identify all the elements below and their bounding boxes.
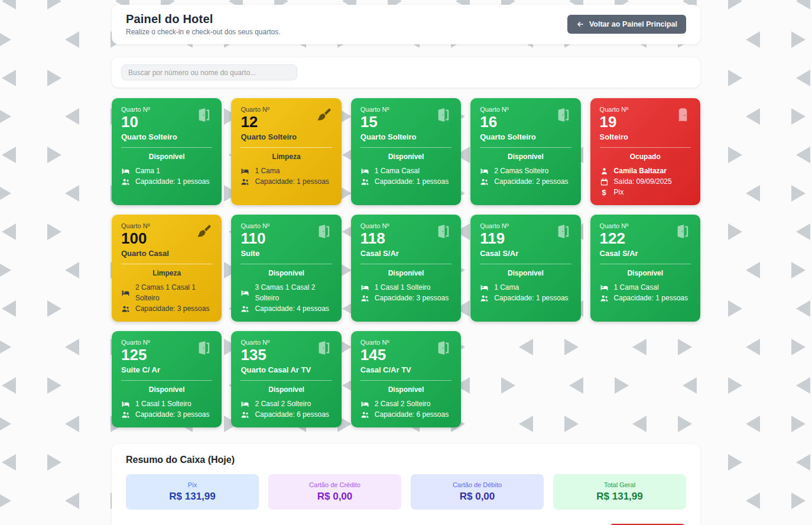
cash-summary-title: Resumo do Caixa (Hoje) (126, 455, 686, 465)
room-card[interactable]: Quarto Nº 119 Casal S/Ar Disponível 1 Ca… (470, 215, 580, 322)
card-divider (480, 147, 571, 148)
room-card[interactable]: Quarto Nº 12 Quarto Solteiro Limpeza 1 C… (231, 98, 341, 205)
triangle-decoration (47, 70, 61, 86)
door-open-icon (675, 223, 691, 239)
triangle-decoration (791, 339, 805, 355)
room-name: Quarto Solteiro (241, 132, 297, 142)
room-status: Disponível (121, 153, 212, 161)
bed-icon (360, 283, 369, 292)
triangle-decoration (0, 185, 11, 202)
triangle-decoration (728, 70, 742, 86)
triangle-decoration (728, 454, 742, 471)
bed-icon (600, 283, 609, 292)
room-status: Disponível (600, 269, 691, 278)
room-status: Limpeza (121, 269, 212, 278)
room-beds: 2 Casal 2 Solteiro (360, 398, 452, 409)
door-open-icon (316, 223, 332, 239)
room-card[interactable]: Quarto Nº 100 Quarto Casal Limpeza 2 Cam… (112, 215, 222, 322)
room-number-label: Quarto Nº (121, 105, 177, 114)
triangle-decoration (47, 223, 61, 240)
room-capacity-text: Capacidade: 1 pessoas (614, 293, 688, 303)
triangle-decoration (2, 454, 16, 471)
room-capacity-text: Capacidade: 6 pessoas (255, 409, 329, 420)
cash-summary-grid: Pix R$ 131,99 Cartão de Crédito R$ 0,00 … (126, 474, 686, 510)
triangle-decoration (746, 492, 760, 509)
room-capacity-text: Capacidade: 1 pessoas (135, 176, 209, 187)
triangle-decoration (2, 70, 16, 86)
triangle-decoration (796, 147, 810, 163)
users-icon (480, 177, 489, 186)
room-capacity: Capacidade: 3 pessoas (360, 293, 452, 303)
triangle-decoration (2, 377, 16, 394)
triangle-decoration (65, 108, 79, 125)
room-card[interactable]: Quarto Nº 16 Quarto Solteiro Disponível … (470, 98, 580, 205)
triangle-decoration (791, 108, 805, 125)
room-capacity: Capacidade: 6 pessoas (360, 409, 452, 420)
card-divider (360, 264, 452, 264)
cash-box-label: Cartão de Débito (417, 481, 538, 489)
room-status: Disponível (360, 385, 452, 394)
room-status: Disponível (480, 269, 571, 278)
door-open-icon (436, 107, 452, 123)
search-bar (112, 57, 700, 88)
cash-box-value: R$ 131,99 (559, 491, 680, 503)
room-number: 145 (360, 346, 411, 364)
bed-icon (480, 283, 489, 292)
room-beds-text: 2 Camas Solteiro (494, 166, 548, 176)
room-capacity: Capacidade: 1 pessoas (241, 176, 332, 187)
user-icon (600, 167, 609, 176)
room-name: Suíte (241, 248, 269, 258)
bed-icon (360, 167, 369, 176)
cash-box-label: Pix (132, 481, 253, 489)
cash-box-label: Total Geral (559, 481, 680, 489)
card-divider (600, 264, 691, 264)
room-beds: Cama 1 (121, 166, 212, 176)
door-open-icon (196, 340, 212, 356)
room-number: 16 (480, 114, 536, 131)
triangle-decoration (746, 108, 760, 125)
room-card[interactable]: Quarto Nº 122 Casal S/Ar Disponível 1 Ca… (590, 215, 700, 322)
search-input[interactable] (121, 64, 297, 80)
room-capacity-text: Capacidade: 1 pessoas (255, 176, 329, 187)
room-card[interactable]: Quarto Nº 10 Quarto Solteiro Disponível … (112, 98, 222, 205)
room-card[interactable]: Quarto Nº 110 Suíte Disponível 3 Camas 1… (231, 215, 341, 322)
card-divider (241, 147, 332, 148)
room-number-label: Quarto Nº (360, 222, 399, 230)
back-button-label: Voltar ao Painel Principal (589, 20, 677, 28)
card-divider (121, 147, 212, 148)
triangle-decoration (746, 262, 760, 278)
room-capacity-text: Capacidade: 1 pessoas (375, 176, 449, 187)
room-status: Disponível (480, 153, 571, 161)
room-status: Ocupado (600, 153, 691, 161)
bed-icon (241, 167, 249, 176)
cash-summary-box: Total Geral R$ 131,99 (553, 474, 686, 510)
users-icon (121, 177, 130, 186)
room-number-label: Quarto Nº (360, 338, 411, 346)
bed-icon (121, 400, 130, 409)
bed-icon (480, 167, 489, 176)
broom-icon (316, 107, 332, 123)
room-number: 118 (360, 230, 399, 247)
room-card[interactable]: Quarto Nº 135 Quarto Casal Ar TV Disponí… (231, 331, 341, 427)
back-to-main-panel-button[interactable]: Voltar ao Painel Principal (567, 15, 686, 34)
room-card[interactable]: Quarto Nº 118 Casal S/Ar Disponível 1 Ca… (351, 215, 461, 322)
room-card[interactable]: Quarto Nº 125 Suite C/ Ar Disponível 1 C… (112, 331, 222, 427)
room-name: Suite C/ Ar (121, 365, 160, 375)
triangle-decoration (791, 262, 805, 278)
room-number-label: Quarto Nº (121, 338, 160, 346)
room-name: Casal S/Ar (480, 248, 518, 258)
room-card[interactable]: Quarto Nº 145 Casal C/Ar TV Disponível 2… (351, 331, 461, 427)
room-beds: 1 Cama Casal (360, 166, 452, 176)
room-card[interactable]: Quarto Nº 15 Quarto Solteiro Disponível … (351, 98, 461, 205)
triangle-decoration (0, 416, 11, 432)
room-beds: 1 Casal 1 Solteiro (121, 398, 212, 409)
room-number-label: Quarto Nº (480, 105, 536, 114)
room-card[interactable]: Quarto Nº 19 Solteiro Ocupado Camila Bal… (590, 98, 700, 205)
room-capacity: Capacidade: 2 pessoas (480, 176, 571, 187)
room-name: Casal S/Ar (600, 248, 638, 258)
room-capacity: Capacidade: 4 pessoas (241, 303, 332, 314)
room-number-label: Quarto Nº (480, 222, 518, 230)
room-capacity-text: Capacidade: 4 pessoas (255, 303, 329, 314)
room-beds: 2 Casal 2 Solteiro (241, 398, 332, 409)
room-beds-text: 1 Casal 1 Solteiro (375, 282, 431, 293)
